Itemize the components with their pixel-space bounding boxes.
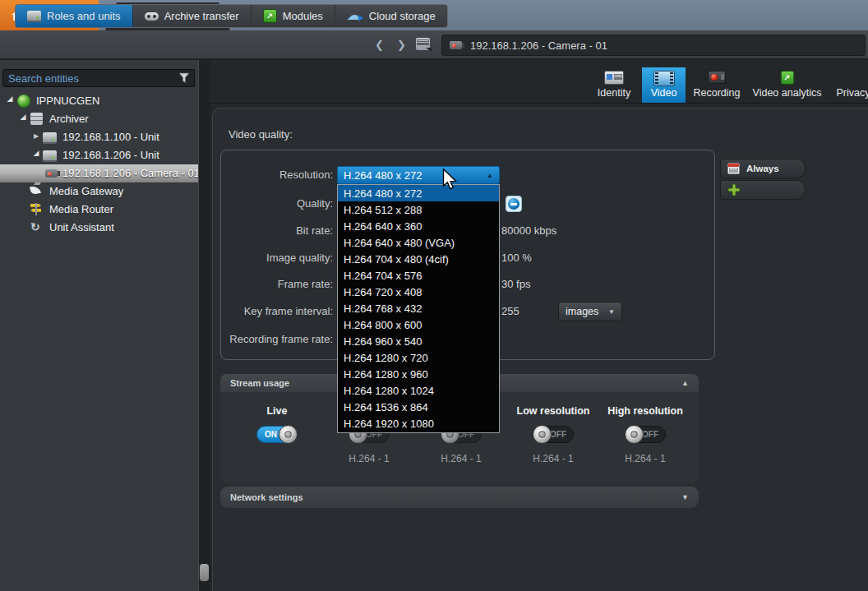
tab-video-analytics[interactable]: ↗ Video analytics — [746, 67, 828, 103]
tab-privacy[interactable]: Privacy — [828, 67, 868, 103]
add-schedule-button[interactable] — [720, 180, 806, 200]
tree-item-media-router[interactable]: Media Router — [0, 201, 198, 219]
toolbar-button-modules[interactable]: ↗ Modules — [251, 5, 335, 27]
dropdown-option[interactable]: H.264 768 x 432 — [338, 300, 499, 316]
dropdown-option[interactable]: H.264 640 x 480 (VGA) — [338, 234, 499, 251]
tree-item-label: IPPNUCGEN — [36, 95, 99, 107]
tab-label: Video analytics — [746, 87, 828, 99]
toolbar-button-cloud-storage[interactable]: Cloud storage — [335, 5, 447, 27]
tree-item-unit-100[interactable]: ▶ 192.168.1.100 - Unit — [0, 128, 198, 146]
toolbar-button-roles-and-units[interactable]: Roles and units — [16, 5, 132, 27]
tree-item-camera-selected[interactable]: 192.168.1.206 - Camera - 01 — [0, 164, 198, 182]
toggle-knob[interactable] — [533, 425, 552, 444]
record-camera-icon — [708, 71, 726, 84]
entity-sidebar: ◢ IPPNUCGEN ◢ Archiver ▶ 192.168.1.100 -… — [0, 60, 198, 591]
sidebar-scrollbar-thumb[interactable] — [200, 564, 209, 581]
quality-auto-lock-icon[interactable] — [506, 196, 522, 212]
stream-col-lowres-label: Low resolution — [504, 405, 603, 417]
tab-label: Video — [642, 87, 686, 99]
dropdown-option[interactable]: H.264 704 x 480 (4cif) — [338, 251, 499, 267]
config-tool-window: Config Tool Video ✕ Roles and units Arch… — [0, 0, 868, 591]
collapse-arrow-icon[interactable]: ▲ — [681, 379, 689, 387]
expander-expanded-icon[interactable]: ◢ — [31, 149, 41, 157]
tab-video[interactable]: Video — [642, 67, 686, 103]
tree-item-label: 192.168.1.206 - Unit — [62, 149, 159, 161]
stream-col-highres-label: High resolution — [596, 405, 695, 417]
unit-dropdown-value: images — [566, 306, 598, 317]
quality-label: Quality: — [193, 197, 333, 210]
unit-box-icon — [27, 11, 41, 22]
chevron-down-icon: ▼ — [608, 308, 615, 316]
expander-expanded-icon[interactable]: ◢ — [18, 113, 28, 121]
cloud-icon — [347, 11, 363, 22]
archiver-database-icon — [30, 113, 43, 125]
network-settings-header[interactable]: Network settings ▼ — [220, 487, 699, 508]
expander-collapsed-icon[interactable]: ▶ — [31, 132, 41, 140]
tree-item-label: Unit Assistant — [49, 221, 114, 233]
recording-frame-rate-label: Recording frame rate: — [193, 333, 333, 346]
expand-arrow-icon[interactable]: ▼ — [681, 493, 689, 501]
dropdown-option[interactable]: H.264 1280 x 960 — [338, 367, 499, 383]
resolution-dropdown-list: H.264 480 x 272 H.264 512 x 288 H.264 64… — [337, 184, 500, 433]
dropdown-option[interactable]: H.264 512 x 288 — [338, 201, 499, 218]
dropdown-option[interactable]: H.264 1280 x 1024 — [338, 383, 499, 399]
search-box — [2, 69, 195, 87]
stream-codec-label: H.264 - 1 — [320, 453, 418, 464]
tree-item-label: 192.168.1.100 - Unit — [62, 131, 159, 143]
toggle-state-text: OFF — [550, 430, 566, 439]
forward-button[interactable]: ❯ — [397, 37, 406, 53]
dropdown-option[interactable]: H.264 704 x 576 — [338, 267, 499, 284]
toggle-state-text: OFF — [642, 430, 658, 439]
tab-recording[interactable]: Recording — [687, 67, 746, 103]
filter-funnel-icon[interactable] — [178, 72, 190, 84]
system-globe-icon — [17, 95, 30, 108]
image-quality-value: 100 % — [501, 252, 532, 265]
key-frame-interval-value: 255 — [501, 305, 519, 318]
tape-icon — [145, 12, 159, 21]
schedule-button-label: Always — [746, 164, 779, 173]
dropdown-option[interactable]: H.264 800 x 600 — [338, 317, 499, 334]
dropdown-option[interactable]: H.264 1920 x 1080 — [338, 416, 499, 432]
unit-box-icon — [43, 132, 57, 144]
toggle-live[interactable]: ON — [256, 426, 298, 443]
toggle-knob[interactable] — [625, 425, 644, 444]
tree-item-system[interactable]: ◢ IPPNUCGEN — [0, 92, 198, 110]
tab-identity[interactable]: Identity — [588, 67, 640, 103]
tabstrip-divider — [210, 103, 868, 104]
dropdown-option[interactable]: H.264 480 x 272 — [338, 185, 499, 201]
dropdown-option[interactable]: H.264 640 x 360 — [338, 218, 499, 234]
tree-item-unit-assistant[interactable]: ↻ Unit Assistant — [0, 219, 198, 237]
toggle-knob[interactable] — [279, 425, 298, 444]
dropdown-option[interactable]: H.264 1280 x 720 — [338, 350, 499, 367]
refresh-arrows-icon: ↻ — [30, 220, 40, 233]
history-icon[interactable] — [416, 38, 430, 50]
tree-item-unit-206[interactable]: ◢ 192.168.1.206 - Unit — [0, 146, 198, 164]
stream-codec-label: H.264 - 1 — [504, 453, 603, 464]
resolution-combobox[interactable]: H.264 480 x 272 ▲ — [337, 166, 500, 184]
schedule-always-button[interactable]: Always — [720, 159, 806, 178]
tree-item-media-gateway[interactable]: Media Gateway — [0, 182, 198, 201]
tab-label: Privacy — [828, 87, 868, 99]
tree-item-archiver[interactable]: ◢ Archiver — [0, 110, 198, 128]
dropdown-option[interactable]: H.264 720 x 408 — [338, 284, 499, 300]
toolbar-button-archive-transfer[interactable]: Archive transfer — [132, 5, 251, 27]
expander-expanded-icon[interactable]: ◢ — [5, 95, 15, 103]
toggle-high-resolution[interactable]: OFF — [625, 426, 666, 443]
stream-col-live-label: Live — [228, 405, 326, 417]
bit-rate-label: Bit rate: — [193, 224, 333, 238]
key-frame-unit-dropdown[interactable]: images ▼ — [558, 302, 622, 321]
search-input[interactable] — [3, 72, 178, 85]
back-button[interactable]: ❮ — [375, 37, 384, 53]
camera-icon — [45, 169, 58, 178]
toolbar-button-label: Cloud storage — [369, 10, 436, 22]
image-quality-label: Image quality: — [193, 252, 333, 265]
resolution-selected-value: H.264 480 x 272 — [338, 169, 487, 182]
tree-item-label: 192.168.1.206 - Camera - 01 — [62, 167, 200, 179]
camera-icon — [450, 41, 462, 49]
entity-address-bar[interactable]: 192.168.1.206 - Camera - 01 — [441, 35, 866, 56]
toggle-low-resolution[interactable]: OFF — [533, 426, 574, 443]
bit-rate-value: 80000 kbps — [501, 224, 556, 238]
dropdown-option[interactable]: H.264 1536 x 864 — [338, 399, 499, 416]
sidebar-scrollbar-track[interactable] — [198, 60, 210, 591]
dropdown-option[interactable]: H.264 960 x 540 — [338, 334, 499, 350]
